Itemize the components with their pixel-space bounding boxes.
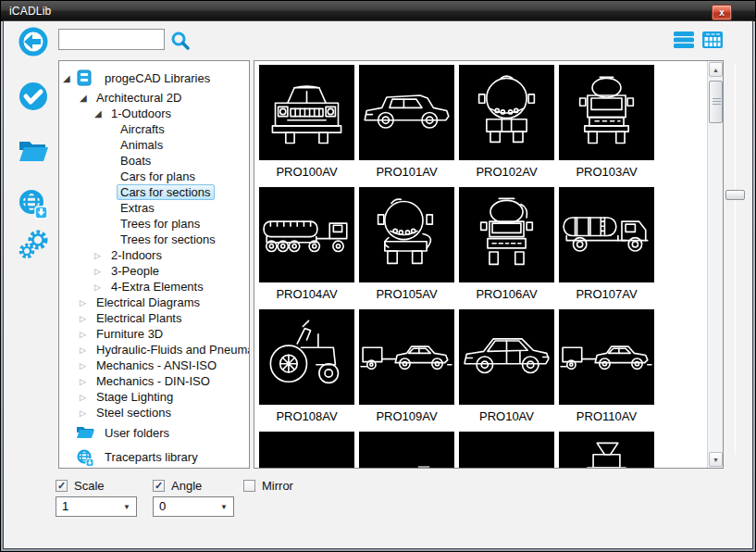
tree-expander-icon[interactable]: ▷ <box>80 377 93 386</box>
tree-expander-icon[interactable]: ▷ <box>80 361 93 370</box>
tree-expander-icon[interactable]: ▷ <box>94 251 107 260</box>
tree-item-label: 3-People <box>107 263 163 279</box>
library-block-item[interactable]: PRO102AV <box>459 65 554 187</box>
library-block-item[interactable] <box>359 432 454 469</box>
library-block-item[interactable]: PRO103AV <box>559 65 654 187</box>
angle-checkbox-box[interactable]: ✓ <box>153 480 165 492</box>
tree-item-label: Electrical Plants <box>93 310 185 326</box>
details-view-button[interactable] <box>701 31 724 49</box>
library-block-item[interactable]: PRO107AV <box>559 187 654 309</box>
tree-item[interactable]: User folders <box>59 420 249 445</box>
tree-item-label: 4-Extra Elements <box>107 279 207 295</box>
tree-expander-icon[interactable]: ▷ <box>80 314 93 323</box>
tree-item[interactable]: Cars for plans <box>59 169 249 184</box>
tree-item-label: progeCAD Libraries <box>101 70 214 86</box>
library-block-item[interactable]: PRO110AV <box>559 309 654 432</box>
tree-expander-icon[interactable]: ▷ <box>80 298 93 307</box>
library-block-item[interactable]: PRO10AV <box>459 309 554 432</box>
tree-expander-icon[interactable]: ◢ <box>63 73 76 83</box>
tree-expander-icon[interactable]: ▷ <box>80 330 93 339</box>
scale-checkbox[interactable]: ✓ Scale <box>56 479 105 493</box>
grid-scrollbar[interactable]: ▲ ▼ <box>707 61 723 468</box>
block-preview-car-with-trailer-side <box>359 309 454 405</box>
tree-item[interactable]: ▷ Mechanics - DIN-ISO <box>59 373 249 389</box>
scale-combobox[interactable]: 1 ▼ <box>56 496 137 517</box>
tree-item[interactable]: ◢ progeCAD Libraries <box>59 66 249 90</box>
scrollbar-thumb[interactable] <box>709 81 723 123</box>
tree-expander-icon[interactable]: ▷ <box>80 345 93 355</box>
library-block-item[interactable]: PRO100AV <box>259 65 354 187</box>
tree-item[interactable]: ◢ 1-Outdoors <box>59 106 249 121</box>
library-block-item[interactable] <box>559 432 654 469</box>
tree-item[interactable]: ◢ Architectural 2D <box>59 90 249 106</box>
tree-item[interactable]: ▷ Stage Lighting <box>59 389 249 405</box>
tree-item[interactable]: Trees for sections <box>59 232 249 247</box>
block-preview-car-rear <box>259 65 354 160</box>
back-button[interactable] <box>17 26 50 59</box>
search-input[interactable] <box>58 29 165 50</box>
back-arrow-icon <box>17 26 50 59</box>
thumbnail-size-slider-track[interactable] <box>735 64 736 455</box>
tree-item[interactable]: Trees for plans <box>59 216 249 232</box>
close-button[interactable]: x <box>712 5 732 20</box>
mirror-checkbox-box[interactable] <box>243 480 255 492</box>
library-block-item[interactable]: PRO109AV <box>359 309 454 432</box>
scroll-down-icon: ▼ <box>713 457 719 463</box>
mirror-checkbox[interactable]: Mirror <box>243 479 293 493</box>
web-library-button[interactable] <box>17 188 50 221</box>
tree-item[interactable]: ▷ 2-Indoors <box>59 247 249 263</box>
library-block-item[interactable]: PRO108AV <box>259 309 354 432</box>
tree-item[interactable]: Animals <box>59 137 249 153</box>
library-block-item[interactable]: PRO104AV <box>259 187 354 309</box>
tree-item[interactable]: ▷ Electrical Plants <box>59 310 249 326</box>
open-library-button[interactable] <box>17 134 50 168</box>
tree-expander-icon[interactable]: ▷ <box>80 408 93 418</box>
settings-button[interactable] <box>17 228 50 261</box>
icadlib-window: iCADLib x <box>0 0 756 552</box>
block-preview-blank <box>259 432 354 469</box>
list-view-button[interactable] <box>673 31 695 49</box>
angle-checkbox[interactable]: ✓ Angle <box>153 479 202 493</box>
tree-item[interactable]: Extras <box>59 200 249 216</box>
tree-item[interactable]: Traceparts library <box>59 445 249 469</box>
tree-item[interactable]: ▷ Steel sections <box>59 405 249 420</box>
search-icon <box>170 31 191 51</box>
tree-item[interactable]: ▷ Mechanics - ANSI-ISO <box>59 358 249 373</box>
scale-checkbox-box[interactable]: ✓ <box>56 480 68 492</box>
tree-item[interactable]: ▷ 4-Extra Elements <box>59 279 249 295</box>
tree-item-label: Architectural 2D <box>93 90 185 106</box>
library-block-item[interactable]: PRO106AV <box>459 187 554 309</box>
tree-item[interactable]: ▷ Hydraulic-Fluids and Pneuma... <box>59 342 249 358</box>
tree-item[interactable]: Aircrafts <box>59 121 249 137</box>
scroll-up-icon: ▲ <box>713 67 719 73</box>
tree-item[interactable]: Boats <box>59 153 249 169</box>
library-block-item[interactable]: PRO105AV <box>359 187 454 309</box>
tree-expander-icon[interactable]: ▷ <box>94 267 107 276</box>
library-block-item[interactable] <box>459 432 554 469</box>
block-preview-sedan-side <box>459 309 554 405</box>
angle-combobox[interactable]: 0 ▼ <box>153 496 234 517</box>
tree-item[interactable]: ▷ 3-People <box>59 263 249 279</box>
tree-item[interactable]: Cars for sections <box>59 184 249 200</box>
block-preview-tanker-semi-side <box>259 187 354 282</box>
tree-item[interactable]: ▷ Electrical Diagrams <box>59 295 249 310</box>
tree-expander-icon[interactable]: ▷ <box>80 393 93 402</box>
search-button[interactable] <box>170 31 191 51</box>
confirm-button[interactable] <box>17 81 50 114</box>
thumbnail-size-slider-handle[interactable] <box>725 190 745 200</box>
tree-item[interactable]: ▷ Furniture 3D <box>59 326 249 342</box>
tree-expander-icon[interactable]: ◢ <box>94 108 107 119</box>
scroll-down-button[interactable]: ▼ <box>709 452 723 467</box>
scroll-up-button[interactable]: ▲ <box>709 62 723 77</box>
tree-item-label: Trees for sections <box>117 232 219 247</box>
tree-expander-icon[interactable]: ▷ <box>94 282 107 292</box>
folder-icon <box>76 424 94 441</box>
library-block-item[interactable]: PRO101AV <box>359 65 454 187</box>
tree-item-label: Furniture 3D <box>93 326 167 342</box>
library-tree: ◢ progeCAD Libraries ◢ Architectural 2D … <box>58 60 250 469</box>
block-grid-panel: PRO100AV PRO101AV PRO102AV PRO103AV PRO1… <box>254 60 724 469</box>
library-block-item[interactable] <box>259 432 354 469</box>
tree-expander-icon[interactable]: ◢ <box>80 93 93 103</box>
title-bar[interactable]: iCADLib x <box>1 1 755 21</box>
scale-combo-arrow-icon: ▼ <box>123 503 130 511</box>
